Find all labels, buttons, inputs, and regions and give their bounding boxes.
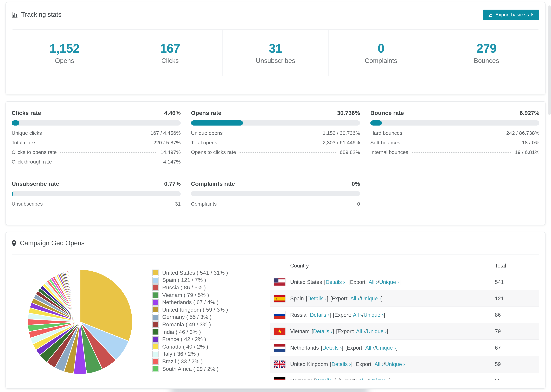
stat-label: Opens [55, 57, 74, 64]
pie-legend: United States ( 541 / 31% ) Spain ( 121 … [152, 269, 270, 380]
details-link[interactable]: Details › [332, 361, 351, 367]
metric-label: Unsubscribes [12, 201, 43, 207]
scrollbar-thumb[interactable] [548, 6, 551, 115]
stat-value: 279 [476, 41, 496, 56]
bracket: [ [330, 361, 332, 367]
flag-icon-us [274, 278, 285, 286]
export-icon [487, 12, 493, 17]
bracket: ] [381, 295, 382, 301]
bracket: ] [399, 279, 401, 285]
export-unique-link[interactable]: Unique › [364, 312, 384, 318]
rate-panel: Bounce rate 6.927% Hard bounces 242 / 86… [370, 110, 539, 168]
export-all-link[interactable]: All › [359, 378, 367, 380]
metric-row: Total clicks 220 / 5.87% [12, 140, 181, 149]
bracket: ] [351, 361, 353, 367]
progress-fill [12, 120, 19, 126]
export-unique-link[interactable]: Unique › [379, 279, 399, 285]
separator: / [378, 279, 379, 285]
flag-icon-ru [274, 311, 285, 319]
progress-track [191, 191, 360, 196]
details-link[interactable]: Details › [313, 328, 333, 334]
legend-item: France ( 42 / 2% ) [152, 336, 270, 343]
dotted-leader [406, 133, 503, 133]
country-total: 121 [495, 295, 539, 301]
details-link[interactable]: Details › [316, 378, 335, 380]
legend-label: Russia ( 86 / 5% ) [162, 285, 206, 291]
metric-label: Soft bounces [370, 140, 400, 145]
details-link[interactable]: Details › [326, 279, 345, 285]
metric-label: Complaints [191, 201, 217, 207]
legend-label: Italy ( 36 / 2% ) [162, 351, 199, 357]
table-row: United States [Details ›] [Export: All ›… [270, 274, 539, 290]
export-unique-link[interactable]: Unique › [376, 345, 396, 351]
metric-row: Clicks to opens rate 14.497% [12, 149, 181, 159]
metric-label: Unique clicks [12, 130, 42, 136]
metric-value: 1,152 / 30.736% [323, 130, 360, 136]
export-prefix: [Export: [333, 312, 351, 318]
export-unique-link[interactable]: Unique › [367, 328, 387, 334]
metric-row: Internal bounces 19 / 6.81% [370, 149, 539, 159]
summary-stats-row: 1,152 Opens 167 Clicks 31 Unsubscribes 0… [12, 29, 539, 76]
details-link[interactable]: Details › [310, 312, 329, 318]
map-pin-icon [12, 240, 16, 246]
legend-color-swatch [152, 299, 159, 306]
legend-label: Canada ( 40 / 2% ) [162, 343, 208, 350]
metric-value: 19 / 6.81% [515, 149, 539, 155]
bracket: [ [314, 378, 316, 380]
stat-label: Clicks [161, 57, 179, 64]
legend-label: Germany ( 55 / 3% ) [162, 314, 212, 320]
rate-title: Opens rate [191, 110, 221, 117]
dotted-leader [221, 143, 319, 143]
country-name: Spain [290, 295, 304, 301]
stat-value: 31 [269, 41, 282, 56]
separator: / [384, 361, 385, 367]
export-all-link[interactable]: All › [350, 295, 359, 301]
metric-value: 14.497% [161, 149, 181, 155]
country-total: 59 [495, 361, 539, 367]
legend-label: Netherlands ( 67 / 4% ) [162, 299, 219, 305]
legend-item: Russia ( 86 / 5% ) [152, 284, 270, 291]
progress-fill [370, 120, 382, 126]
dotted-leader [46, 204, 172, 204]
details-link[interactable]: Details › [322, 345, 342, 351]
metric-row: Complaints 0 [191, 201, 360, 210]
export-all-link[interactable]: All › [374, 361, 383, 367]
legend-item: Germany ( 55 / 3% ) [152, 314, 270, 321]
country-total: 541 [495, 279, 539, 285]
export-all-link[interactable]: All › [356, 328, 365, 334]
legend-item: South Africa ( 29 / 2% ) [152, 365, 270, 372]
country-name: Russia [290, 312, 306, 318]
stat-cell: 1,152 Opens [12, 30, 117, 76]
legend-color-swatch [152, 284, 159, 291]
dotted-leader [226, 133, 319, 133]
legend-item: Brazil ( 33 / 2% ) [152, 358, 270, 365]
export-unique-link[interactable]: Unique › [385, 361, 405, 367]
progress-track [12, 191, 181, 196]
dotted-leader [404, 143, 518, 143]
legend-label: Brazil ( 33 / 2% ) [162, 358, 203, 365]
separator: / [368, 378, 369, 380]
country-name: Germany [290, 378, 312, 380]
export-basic-stats-button[interactable]: Export basic stats [483, 9, 539, 20]
legend-label: United Kingdom ( 59 / 3% ) [162, 307, 228, 313]
bracket: ] [384, 312, 385, 318]
rate-panel: Clicks rate 4.46% Unique clicks 167 / 4.… [12, 110, 181, 168]
flag-icon-nl [274, 344, 285, 351]
export-all-link[interactable]: All › [365, 345, 374, 350]
rates-grid: Clicks rate 4.46% Unique clicks 167 / 4.… [12, 110, 539, 210]
country-name: United States [290, 279, 322, 285]
legend-label: Spain ( 121 / 7% ) [162, 277, 206, 283]
stat-value: 0 [378, 41, 384, 56]
export-all-link[interactable]: All › [369, 279, 378, 285]
metric-row: Unsubscribes 31 [12, 201, 181, 210]
separator: / [360, 295, 361, 301]
stat-cell: 31 Unsubscribes [223, 30, 328, 76]
bracket: ] [387, 328, 388, 334]
export-all-link[interactable]: All › [353, 312, 362, 318]
export-unique-link[interactable]: Unique › [369, 378, 389, 380]
legend-color-swatch [152, 307, 159, 313]
legend-label: South Africa ( 29 / 2% ) [162, 366, 219, 372]
country-total: 55 [495, 378, 539, 380]
details-link[interactable]: Details › [307, 295, 327, 301]
export-unique-link[interactable]: Unique › [361, 295, 381, 301]
